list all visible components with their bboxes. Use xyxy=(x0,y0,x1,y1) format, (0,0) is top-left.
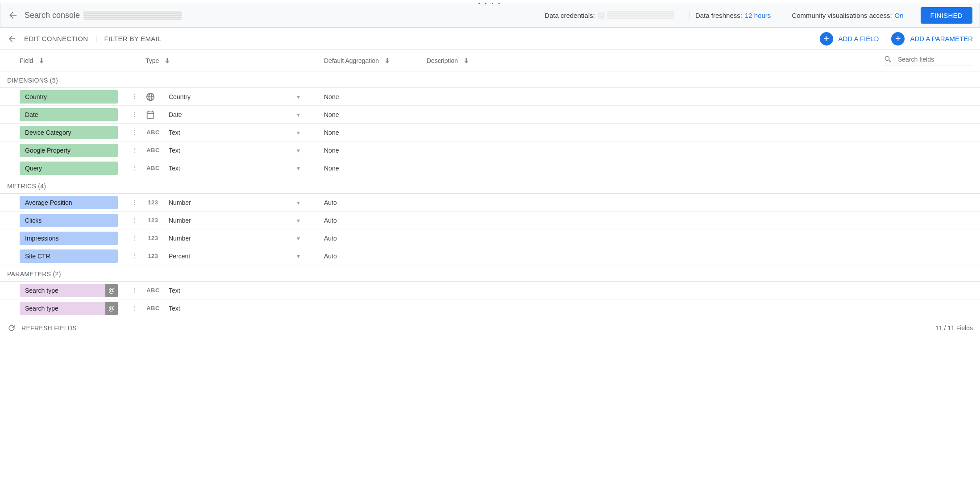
aggregation-value: Auto xyxy=(324,217,427,224)
field-chip[interactable]: Average Position xyxy=(20,196,118,209)
group-header: METRICS (4) xyxy=(0,177,980,194)
chevron-down-icon[interactable]: ▾ xyxy=(297,217,300,224)
field-name: Average Position xyxy=(20,199,118,206)
field-name: Search type xyxy=(20,287,118,294)
field-chip[interactable]: Country xyxy=(20,90,118,104)
chevron-down-icon[interactable]: ▾ xyxy=(297,253,300,260)
field-name: Google Property xyxy=(20,147,118,154)
drag-handle-dots: • • • • xyxy=(0,0,980,2)
add-field-button[interactable]: + ADD A FIELD xyxy=(820,32,879,46)
at-badge: @ xyxy=(105,284,118,297)
more-menu-icon[interactable]: ⋮ xyxy=(131,307,137,310)
chevron-down-icon[interactable]: ▾ xyxy=(297,165,300,172)
type-icon xyxy=(145,110,161,120)
field-chip[interactable]: Search type @ xyxy=(20,284,118,297)
separator: | xyxy=(95,35,97,42)
col-field-header[interactable]: Field xyxy=(20,57,33,64)
search-icon xyxy=(884,55,893,64)
more-menu-icon[interactable]: ⋮ xyxy=(131,149,137,152)
data-freshness-label: Data freshness: xyxy=(695,12,742,19)
aggregation-value: Auto xyxy=(324,253,427,260)
chevron-down-icon[interactable]: ▾ xyxy=(297,129,300,136)
community-vis-label: Community visualisations access: xyxy=(792,12,892,19)
type-icon: 123 xyxy=(145,235,161,241)
aggregation-value: None xyxy=(324,129,427,136)
field-name: Query xyxy=(20,165,118,172)
chevron-down-icon[interactable]: ▾ xyxy=(297,111,300,118)
sort-arrow-down-icon[interactable] xyxy=(383,57,391,65)
table-row: Impressions ⋮ 123 Number ▾ Auto xyxy=(0,229,980,247)
aggregation-value: None xyxy=(324,147,427,154)
data-credentials-label: Data credentials: xyxy=(544,12,595,19)
top-bar: Search console Data credentials: Data fr… xyxy=(0,3,980,28)
aggregation-value: None xyxy=(324,165,427,172)
field-chip[interactable]: Google Property xyxy=(20,144,118,157)
footer: REFRESH FIELDS 11 / 11 Fields xyxy=(0,317,980,339)
chevron-down-icon[interactable]: ▾ xyxy=(297,147,300,154)
field-chip[interactable]: Query xyxy=(20,162,118,175)
back-icon-secondary[interactable] xyxy=(7,34,17,44)
field-name: Date xyxy=(20,111,118,118)
field-name: Device Category xyxy=(20,129,118,136)
group-header: PARAMETERS (2) xyxy=(0,265,980,282)
sort-arrow-down-icon[interactable] xyxy=(37,57,46,65)
filter-by-email-link[interactable]: FILTER BY EMAIL xyxy=(104,35,162,42)
col-description-header[interactable]: Description xyxy=(427,57,458,64)
column-headers: Field Type Default Aggregation Descripti… xyxy=(0,50,980,71)
type-value: Number xyxy=(169,199,191,206)
field-chip[interactable]: Impressions xyxy=(20,232,118,245)
edit-connection-link[interactable]: EDIT CONNECTION xyxy=(24,35,88,42)
finished-button[interactable]: FINISHED xyxy=(921,7,972,24)
aggregation-value: None xyxy=(324,111,427,118)
type-icon: 123 xyxy=(145,253,161,259)
chevron-down-icon[interactable]: ▾ xyxy=(297,199,300,206)
chevron-down-icon[interactable]: ▾ xyxy=(297,93,300,100)
table-row: Google Property ⋮ ABC Text ▾ None xyxy=(0,141,980,159)
table-row: Country ⋮ Country ▾ None xyxy=(0,88,980,106)
table-row: Average Position ⋮ 123 Number ▾ Auto xyxy=(0,194,980,212)
sort-arrow-down-icon[interactable] xyxy=(462,57,470,65)
add-parameter-button[interactable]: + ADD A PARAMETER xyxy=(891,32,973,46)
field-name: Clicks xyxy=(20,217,118,224)
table-row: Search type @ ⋮ ABC Text xyxy=(0,299,980,317)
more-menu-icon[interactable]: ⋮ xyxy=(131,95,137,98)
field-name: Site CTR xyxy=(20,253,118,260)
type-value: Text xyxy=(169,129,180,136)
page-title: Search console xyxy=(25,11,80,20)
field-chip[interactable]: Date xyxy=(20,108,118,121)
type-value: Text xyxy=(169,147,180,154)
at-badge: @ xyxy=(105,302,118,315)
more-menu-icon[interactable]: ⋮ xyxy=(131,131,137,134)
field-chip[interactable]: Search type @ xyxy=(20,302,118,315)
more-menu-icon[interactable]: ⋮ xyxy=(131,237,137,240)
type-icon: ABC xyxy=(145,129,161,136)
type-value: Text xyxy=(169,305,180,312)
field-chip[interactable]: Site CTR xyxy=(20,249,118,263)
col-type-header[interactable]: Type xyxy=(145,57,159,64)
search-fields-input[interactable] xyxy=(897,55,973,63)
more-menu-icon[interactable]: ⋮ xyxy=(131,219,137,222)
field-chip[interactable]: Device Category xyxy=(20,126,118,139)
more-menu-icon[interactable]: ⋮ xyxy=(131,113,137,116)
more-menu-icon[interactable]: ⋮ xyxy=(131,254,137,257)
more-menu-icon[interactable]: ⋮ xyxy=(131,289,137,292)
group-header: DIMENSIONS (5) xyxy=(0,71,980,88)
refresh-fields-button[interactable]: REFRESH FIELDS xyxy=(21,324,77,332)
data-freshness-value[interactable]: 12 hours xyxy=(745,12,771,19)
type-icon xyxy=(145,92,161,102)
field-count: 11 / 11 Fields xyxy=(935,324,973,332)
more-menu-icon[interactable]: ⋮ xyxy=(131,166,137,170)
type-icon: 123 xyxy=(145,199,161,206)
community-vis-value[interactable]: On xyxy=(895,12,904,19)
chevron-down-icon[interactable]: ▾ xyxy=(297,235,300,242)
back-button[interactable] xyxy=(8,10,18,21)
sort-arrow-down-icon[interactable] xyxy=(163,57,171,65)
add-field-label: ADD A FIELD xyxy=(839,35,879,42)
field-name: Impressions xyxy=(20,235,118,242)
more-menu-icon[interactable]: ⋮ xyxy=(131,201,137,204)
field-chip[interactable]: Clicks xyxy=(20,214,118,227)
refresh-icon[interactable] xyxy=(7,324,16,332)
type-icon: ABC xyxy=(145,165,161,171)
add-parameter-label: ADD A PARAMETER xyxy=(910,35,973,42)
col-aggregation-header[interactable]: Default Aggregation xyxy=(324,57,379,64)
